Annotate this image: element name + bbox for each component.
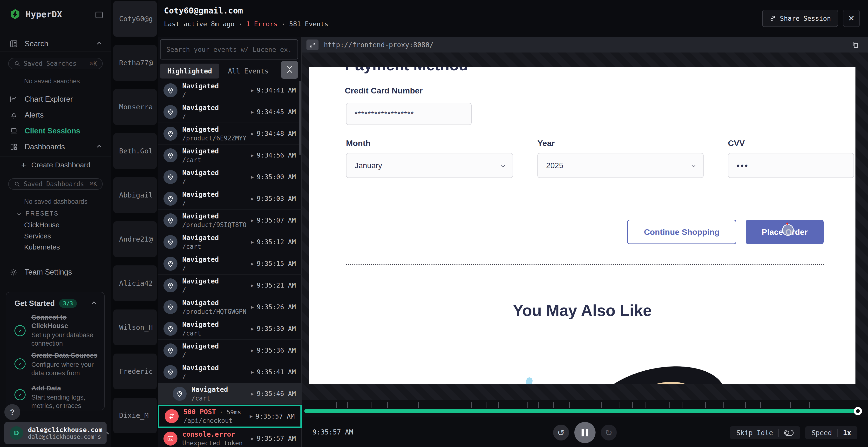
replay-viewport[interactable]: Payment Method Credit Card Number ******… bbox=[309, 67, 856, 384]
rewind-button[interactable]: ↺ bbox=[553, 424, 569, 441]
sidebar-item-alerts[interactable]: Alerts bbox=[0, 108, 111, 122]
year-select[interactable]: 2025 bbox=[537, 153, 704, 178]
timeline-handle[interactable] bbox=[854, 407, 862, 415]
preset-clickhouse[interactable]: ClickHouse bbox=[24, 221, 60, 229]
play-icon[interactable]: ▶ bbox=[250, 413, 252, 419]
month-value: January bbox=[355, 161, 382, 170]
play-icon[interactable]: ▶ bbox=[251, 152, 254, 158]
dashboard-grid-icon bbox=[10, 143, 18, 151]
play-icon[interactable]: ▶ bbox=[251, 391, 254, 397]
sidebar-item-label: Chart Explorer bbox=[25, 95, 73, 104]
cc-number-input[interactable]: ****************** bbox=[346, 103, 472, 125]
event-row[interactable]: Navigated / ▶ 9:34:45 AM bbox=[158, 101, 302, 123]
timeline-track[interactable] bbox=[304, 409, 866, 413]
close-button[interactable]: ✕ bbox=[843, 10, 860, 27]
event-row[interactable]: Navigated / ▶ 9:35:21 AM bbox=[158, 275, 302, 296]
event-row[interactable]: Navigated / ▶ 9:35:03 AM bbox=[158, 188, 302, 209]
play-icon[interactable]: ▶ bbox=[251, 109, 254, 115]
play-icon[interactable]: ▶ bbox=[251, 174, 254, 180]
location-pin-icon bbox=[163, 127, 178, 141]
event-row[interactable]: Navigated / ▶ 9:35:36 AM bbox=[158, 340, 302, 361]
play-icon[interactable]: ▶ bbox=[251, 369, 254, 375]
expand-icon[interactable] bbox=[306, 39, 318, 50]
user-menu[interactable]: D dale@clickhouse.com dale@clickhouse.co… bbox=[4, 422, 106, 444]
help-button[interactable]: ? bbox=[4, 404, 20, 420]
play-icon[interactable]: ▶ bbox=[251, 217, 254, 223]
tab-all-events[interactable]: All Events bbox=[228, 67, 269, 75]
sidebar-collapse-icon[interactable] bbox=[95, 10, 103, 19]
session-list-item[interactable]: Abbigail bbox=[113, 177, 157, 213]
event-row[interactable]: 500 POST· 59ms /api/checkout ▶ 9:35:57 A… bbox=[158, 405, 302, 428]
event-row[interactable]: Navigated / ▶ 9:35:00 AM bbox=[158, 166, 302, 188]
event-row[interactable]: Navigated / ▶ 9:35:41 AM bbox=[158, 361, 302, 383]
cvv-input[interactable]: ••• bbox=[728, 153, 854, 178]
play-icon[interactable]: ▶ bbox=[251, 88, 254, 93]
event-row[interactable]: Navigated / ▶ 9:34:41 AM bbox=[158, 79, 302, 101]
event-search-input[interactable]: Search your events w/ Lucene ex. colum bbox=[160, 39, 298, 60]
sidebar-item-client-sessions[interactable]: Client Sessions bbox=[0, 124, 111, 138]
copy-icon[interactable] bbox=[851, 41, 859, 49]
app-logo[interactable]: HyperDX bbox=[10, 9, 62, 20]
event-time: 9:34:45 AM bbox=[256, 108, 296, 115]
play-icon[interactable]: ▶ bbox=[251, 239, 254, 245]
event-row[interactable]: Navigated /product/9SIQT8TOJO ▶ 9:35:07 … bbox=[158, 209, 302, 231]
cvv-value: ••• bbox=[737, 161, 749, 170]
session-list-item[interactable]: Retha77@ bbox=[113, 45, 157, 81]
event-row[interactable]: Navigated / ▶ 9:35:15 AM bbox=[158, 253, 302, 275]
session-list-item[interactable]: Beth.Gol bbox=[113, 133, 157, 169]
saved-dashboards-input[interactable]: Saved Dashboards ⌘K bbox=[8, 178, 103, 190]
scrollbar[interactable] bbox=[299, 81, 301, 156]
play-icon[interactable]: ▶ bbox=[251, 326, 254, 332]
location-pin-icon bbox=[163, 192, 178, 206]
forward-button[interactable]: ↻ bbox=[601, 424, 617, 441]
continue-shopping-button[interactable]: Continue Shopping bbox=[627, 220, 736, 244]
speed-control[interactable]: Speed 1x bbox=[805, 426, 858, 439]
play-icon[interactable]: ▶ bbox=[251, 436, 254, 442]
session-list-item[interactable]: Alicia42 bbox=[113, 265, 157, 301]
session-list-item[interactable]: Wilson_H bbox=[113, 309, 157, 345]
collapse-events-button[interactable] bbox=[281, 61, 298, 79]
session-list-item[interactable]: Andre21@ bbox=[113, 221, 157, 257]
presets-toggle[interactable]: PRESETS bbox=[18, 210, 59, 217]
preset-services[interactable]: Services bbox=[24, 232, 51, 240]
saved-searches-input[interactable]: Saved Searches ⌘K bbox=[8, 58, 103, 69]
tab-highlighted[interactable]: Highlighted bbox=[160, 64, 219, 78]
user-email: dale@clickhouse.com bbox=[28, 426, 102, 434]
session-list-item[interactable]: Frederic bbox=[113, 353, 157, 389]
play-icon[interactable]: ▶ bbox=[251, 347, 254, 353]
event-row[interactable]: console.error Unexpected token 'I'… ▶ 9:… bbox=[158, 428, 302, 447]
session-list-item[interactable]: Monserra bbox=[113, 89, 157, 125]
preset-kubernetes[interactable]: Kubernetes bbox=[24, 243, 60, 251]
sidebar-item-search[interactable]: Search bbox=[0, 37, 111, 51]
event-detail: / bbox=[182, 113, 222, 120]
event-row[interactable]: Navigated /product/6E92ZMYYFZ ▶ 9:34:48 … bbox=[158, 123, 302, 144]
session-list-item[interactable]: Coty60@g bbox=[113, 1, 157, 37]
event-row[interactable]: Navigated /cart ▶ 9:34:56 AM bbox=[158, 144, 302, 166]
event-row[interactable]: Navigated /cart ▶ 9:35:46 AM bbox=[158, 383, 302, 405]
replay-timeline[interactable] bbox=[302, 400, 868, 417]
skip-idle-toggle[interactable]: Skip Idle bbox=[730, 426, 800, 439]
sidebar-item-team-settings[interactable]: Team Settings bbox=[0, 265, 111, 279]
event-time: 9:35:15 AM bbox=[256, 260, 296, 267]
play-icon[interactable]: ▶ bbox=[251, 131, 254, 137]
event-time: 9:35:41 AM bbox=[256, 368, 296, 376]
play-icon[interactable]: ▶ bbox=[251, 261, 254, 267]
event-row[interactable]: Navigated /product/HQTGWGPNH4 ▶ 9:35:26 … bbox=[158, 296, 302, 318]
bell-icon bbox=[10, 111, 18, 119]
chevron-up-icon[interactable] bbox=[92, 301, 96, 306]
event-row[interactable]: Navigated /cart ▶ 9:35:12 AM bbox=[158, 231, 302, 253]
play-icon[interactable]: ▶ bbox=[251, 304, 254, 310]
app-title: HyperDX bbox=[26, 9, 62, 19]
sidebar-item-dashboards[interactable]: Dashboards bbox=[0, 140, 111, 154]
event-row[interactable]: Navigated /cart ▶ 9:35:30 AM bbox=[158, 318, 302, 340]
month-select[interactable]: January bbox=[346, 153, 513, 178]
share-session-button[interactable]: Share Session bbox=[762, 10, 838, 27]
session-list-item[interactable]: Dixie_M bbox=[113, 398, 157, 433]
play-icon[interactable]: ▶ bbox=[251, 282, 254, 288]
create-dashboard-button[interactable]: + Create Dashboard bbox=[21, 161, 90, 169]
pause-button[interactable] bbox=[574, 422, 595, 443]
location-pin-icon bbox=[163, 365, 178, 379]
play-icon[interactable]: ▶ bbox=[251, 196, 254, 202]
event-title: Navigated bbox=[182, 104, 219, 112]
sidebar-item-chart-explorer[interactable]: Chart Explorer bbox=[0, 92, 111, 106]
